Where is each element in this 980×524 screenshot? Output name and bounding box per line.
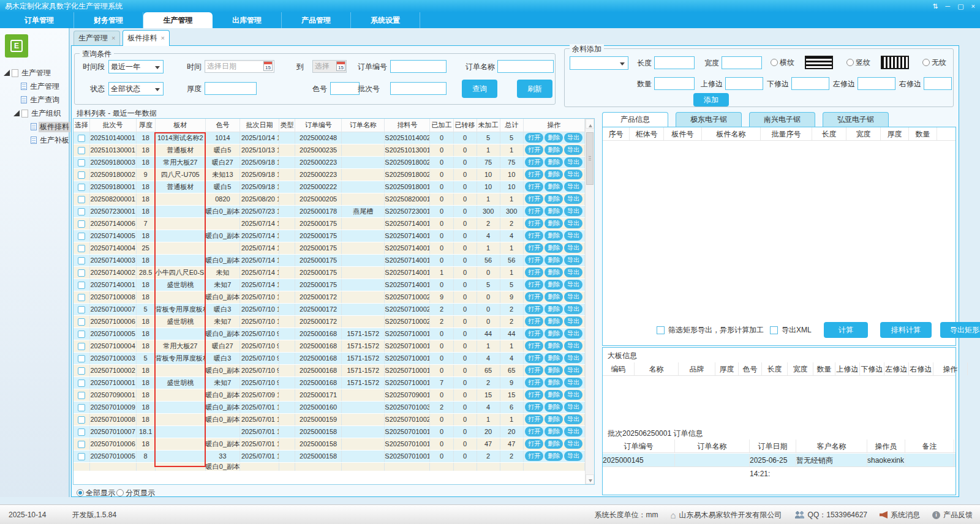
- document-tab[interactable]: 生产管理×: [74, 31, 120, 45]
- delete-button[interactable]: 删除: [545, 414, 563, 424]
- grain-option[interactable]: 无纹: [922, 58, 946, 68]
- open-button[interactable]: 打开: [525, 280, 543, 290]
- row-checkbox[interactable]: [78, 404, 85, 411]
- search-button[interactable]: 查询: [462, 80, 497, 98]
- export-button[interactable]: 导出: [564, 182, 582, 192]
- export-button[interactable]: 导出: [564, 194, 582, 204]
- row-checkbox[interactable]: [78, 171, 85, 179]
- date-from-input[interactable]: 选择日期 15: [205, 60, 274, 73]
- top-tab[interactable]: 出库管理: [213, 12, 282, 28]
- trim-bottom-input[interactable]: [791, 77, 829, 90]
- open-button[interactable]: 打开: [525, 316, 543, 326]
- row-checkbox[interactable]: [78, 233, 85, 240]
- scroll-up-icon[interactable]: [586, 119, 594, 129]
- system-message-link[interactable]: 系统消息: [880, 510, 920, 520]
- delete-button[interactable]: 删除: [545, 353, 563, 363]
- open-button[interactable]: 打开: [525, 402, 543, 412]
- product-tab[interactable]: 产品信息: [602, 112, 668, 127]
- add-button[interactable]: 添加: [693, 93, 729, 107]
- top-tab[interactable]: 财务管理: [74, 12, 143, 28]
- sidebar-item[interactable]: 板件排料: [0, 120, 70, 133]
- export-button[interactable]: 导出: [564, 292, 582, 302]
- top-tab[interactable]: 生产管理: [143, 12, 213, 28]
- display-mode-option[interactable]: 全部显示: [77, 488, 115, 497]
- row-checkbox[interactable]: [78, 416, 85, 424]
- export-button[interactable]: 导出: [564, 414, 582, 424]
- filter-rect-export-checkbox[interactable]: [657, 326, 665, 334]
- open-button[interactable]: 打开: [525, 133, 543, 143]
- tree-expander-icon[interactable]: [13, 110, 20, 116]
- top-tab[interactable]: 订单管理: [5, 12, 74, 28]
- open-button[interactable]: 打开: [525, 341, 543, 351]
- export-button[interactable]: 导出: [564, 304, 582, 314]
- export-button[interactable]: 导出: [564, 133, 582, 143]
- trim-top-input[interactable]: [725, 77, 763, 90]
- row-checkbox[interactable]: [78, 331, 85, 338]
- export-button[interactable]: 导出: [564, 243, 582, 253]
- delete-button[interactable]: 删除: [545, 145, 563, 155]
- open-button[interactable]: 打开: [525, 427, 543, 436]
- qty-input[interactable]: [654, 77, 695, 90]
- export-button[interactable]: 导出: [564, 378, 582, 387]
- open-button[interactable]: 打开: [525, 194, 543, 204]
- minimize-icon[interactable]: ─: [945, 0, 950, 12]
- order-no-input[interactable]: [390, 60, 447, 73]
- sidebar-item[interactable]: 生产管理: [0, 66, 70, 80]
- row-checkbox[interactable]: [78, 220, 85, 228]
- refresh-button[interactable]: 刷新: [517, 80, 552, 98]
- delete-button[interactable]: 删除: [545, 451, 563, 461]
- export-button[interactable]: 导出: [564, 231, 582, 241]
- vertical-scrollbar[interactable]: [585, 119, 594, 484]
- export-button[interactable]: 导出: [564, 451, 582, 461]
- sidebar-item[interactable]: 生产组织: [0, 107, 70, 120]
- product-tab[interactable]: 弘亚电子锯: [823, 112, 889, 127]
- delete-button[interactable]: 删除: [545, 329, 563, 339]
- delete-button[interactable]: 删除: [545, 243, 563, 253]
- top-tab[interactable]: 系统设置: [351, 12, 420, 28]
- delete-button[interactable]: 删除: [545, 292, 563, 302]
- radio-icon[interactable]: [116, 489, 124, 496]
- row-checkbox[interactable]: [78, 208, 85, 215]
- export-button[interactable]: 导出: [564, 402, 582, 412]
- scroll-down-icon[interactable]: [586, 474, 594, 484]
- open-button[interactable]: 打开: [525, 353, 543, 363]
- nesting-calc-button[interactable]: 排料计算: [880, 322, 932, 338]
- export-button[interactable]: 导出: [564, 439, 582, 449]
- document-tab[interactable]: 板件排料×: [123, 30, 169, 46]
- open-button[interactable]: 打开: [525, 206, 543, 216]
- sidebar-item[interactable]: 生产管理: [0, 80, 70, 93]
- row-checkbox[interactable]: [78, 355, 85, 362]
- radio-icon[interactable]: [846, 59, 854, 66]
- order-table-row[interactable]: 20250001452025-06-25 14:21:暂无经销商shaokexi…: [603, 454, 956, 467]
- row-checkbox[interactable]: [78, 441, 85, 448]
- open-button[interactable]: 打开: [525, 268, 543, 277]
- row-checkbox[interactable]: [78, 429, 85, 436]
- row-checkbox[interactable]: [78, 135, 85, 142]
- row-checkbox[interactable]: [78, 282, 85, 289]
- delete-button[interactable]: 删除: [545, 219, 563, 228]
- open-button[interactable]: 打开: [525, 255, 543, 265]
- delete-button[interactable]: 删除: [545, 390, 563, 400]
- open-button[interactable]: 打开: [525, 414, 543, 424]
- row-checkbox[interactable]: [78, 306, 85, 313]
- product-tab[interactable]: 南兴电子锯: [749, 112, 815, 127]
- delete-button[interactable]: 删除: [545, 133, 563, 143]
- export-xml-checkbox[interactable]: [770, 326, 778, 334]
- scrollbar-thumb[interactable]: [586, 132, 594, 185]
- close-icon[interactable]: ×: [160, 34, 164, 42]
- open-button[interactable]: 打开: [525, 145, 543, 155]
- delete-button[interactable]: 删除: [545, 439, 563, 449]
- export-button[interactable]: 导出: [564, 157, 582, 167]
- delete-button[interactable]: 删除: [545, 231, 563, 241]
- close-icon[interactable]: ×: [111, 34, 115, 42]
- thickness-input[interactable]: [205, 82, 257, 95]
- batch-input[interactable]: [390, 82, 447, 95]
- row-checkbox[interactable]: [78, 380, 85, 387]
- open-button[interactable]: 打开: [525, 439, 543, 449]
- remnant-material-select[interactable]: [570, 56, 628, 70]
- row-checkbox[interactable]: [78, 367, 85, 375]
- display-mode-option[interactable]: 分页显示: [116, 488, 155, 497]
- export-button[interactable]: 导出: [564, 145, 582, 155]
- export-button[interactable]: 导出: [564, 353, 582, 363]
- maximize-icon[interactable]: ▢: [957, 0, 963, 12]
